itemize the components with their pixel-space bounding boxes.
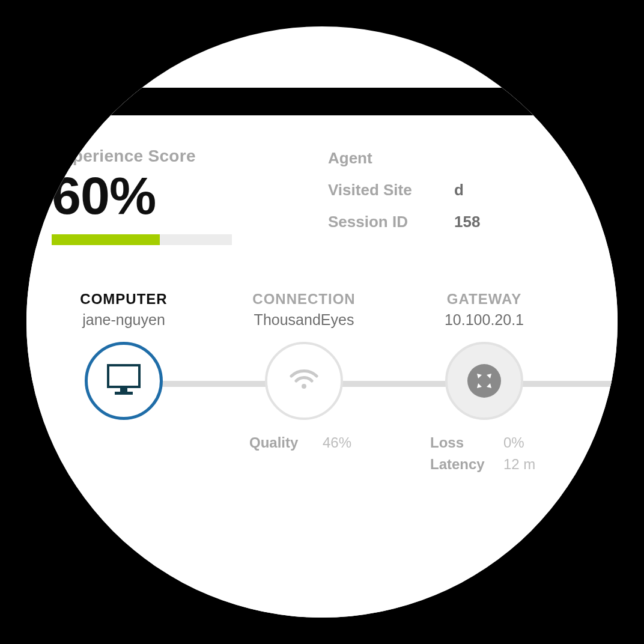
node-computer-bubble[interactable]: [85, 342, 163, 420]
node-connection-category: CONNECTION: [226, 291, 382, 308]
experience-score-label: Experience Score: [52, 147, 328, 166]
gateway-latency-label: Latency: [430, 456, 490, 473]
session-id-label: Session ID: [328, 213, 430, 231]
svg-rect-1: [120, 387, 127, 392]
svg-point-3: [302, 384, 306, 389]
window-close-icon[interactable]: [40, 97, 48, 106]
visited-site-value: d: [454, 181, 464, 199]
window-titlebar: [26, 88, 618, 115]
svg-rect-2: [115, 392, 133, 395]
node-connection-bubble[interactable]: [265, 342, 343, 420]
gateway-icon: [467, 364, 501, 398]
experience-score-block: Experience Score 60%: [52, 147, 328, 245]
node-computer-name: jane-nguyen: [46, 311, 202, 329]
gateway-loss-value: 0%: [503, 434, 539, 451]
monitor-icon: [106, 363, 141, 398]
session-metadata: Agent Visited Site d Session ID 158: [328, 147, 480, 245]
svg-rect-0: [108, 365, 139, 387]
node-gateway-bubble[interactable]: [445, 342, 523, 420]
node-gateway-category: GATEWAY: [406, 291, 562, 308]
gateway-latency-value: 12 m: [503, 456, 539, 473]
svg-marker-7: [487, 383, 491, 388]
node-connection[interactable]: CONNECTION ThousandEyes: [226, 291, 382, 456]
node-gateway-name: 10.100.20.1: [406, 311, 562, 329]
svg-marker-6: [477, 383, 482, 388]
gateway-loss-label: Loss: [430, 434, 490, 451]
visited-site-label: Visited Site: [328, 181, 430, 199]
node-computer[interactable]: COMPUTER jane-nguyen: [46, 291, 202, 420]
window-minimize-icon[interactable]: [54, 97, 62, 106]
experience-score-value: 60%: [52, 169, 328, 222]
svg-marker-5: [487, 374, 491, 378]
node-gateway[interactable]: GATEWAY 10.100.20.1: [406, 291, 562, 478]
agent-label: Agent: [328, 149, 430, 168]
connection-quality-label: Quality: [249, 434, 309, 451]
window-zoom-icon[interactable]: [68, 97, 77, 106]
svg-marker-4: [477, 374, 482, 378]
node-connection-name: ThousandEyes: [226, 311, 382, 329]
connection-quality-value: 46%: [323, 434, 359, 451]
experience-score-bar-fill: [52, 234, 160, 245]
browser-window: Experience Score 60% Agent Visited Site: [26, 88, 618, 618]
circular-viewport: Experience Score 60% Agent Visited Site: [26, 26, 618, 618]
path-visualization: COMPUTER jane-nguyen: [52, 291, 618, 519]
session-id-value: 158: [454, 213, 480, 231]
wifi-icon: [289, 368, 319, 394]
experience-score-bar: [52, 234, 232, 245]
node-computer-category: COMPUTER: [46, 291, 202, 308]
